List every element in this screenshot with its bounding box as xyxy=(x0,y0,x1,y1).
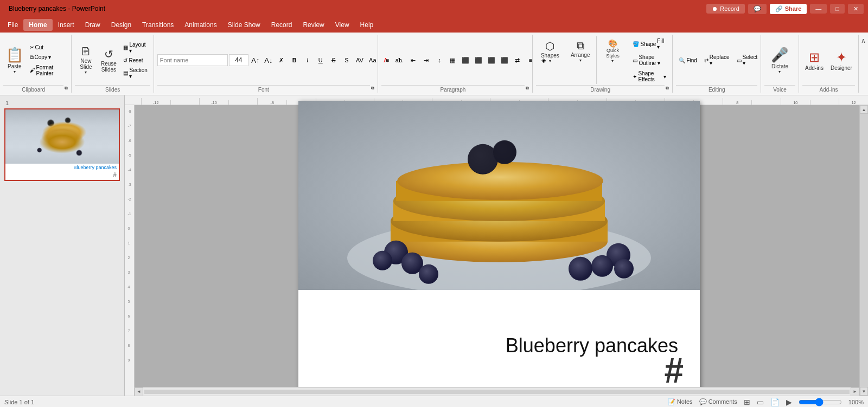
change-case-button[interactable]: Aa xyxy=(367,54,379,66)
scroll-left-button[interactable]: ◄ xyxy=(135,387,143,396)
menu-home[interactable]: Home xyxy=(23,19,52,31)
arrange-button[interactable]: ⧉ Arrange ▾ xyxy=(566,36,595,66)
menu-insert[interactable]: Insert xyxy=(53,19,80,31)
ribbon-group-clipboard: 📋 Paste ▾ ✂ Cut ⧉ Copy ▾ xyxy=(0,35,72,93)
shapes-button[interactable]: ⬡ Shapes ▾ xyxy=(536,36,564,66)
find-button[interactable]: 🔍 Find xyxy=(676,56,699,65)
underline-button[interactable]: U xyxy=(315,54,327,66)
font-shrink-button[interactable]: A↓ xyxy=(263,54,275,66)
section-button[interactable]: ▤ Section ▾ xyxy=(120,66,150,81)
menu-file[interactable]: File xyxy=(2,19,23,31)
numbering-button[interactable]: 1. xyxy=(394,54,406,66)
align-right-button[interactable]: ⬛ xyxy=(486,54,497,66)
clipboard-expand-icon[interactable]: ⧉ xyxy=(65,86,68,91)
notes-button[interactable]: 📝 Notes xyxy=(668,398,693,405)
format-painter-icon: 🖌 xyxy=(30,67,35,73)
menu-record[interactable]: Record xyxy=(266,19,298,31)
menu-help[interactable]: Help xyxy=(355,19,379,31)
editing-label: Editing xyxy=(676,85,757,93)
close-button[interactable]: ✕ xyxy=(848,4,864,14)
shape-effects-button[interactable]: ✦ Shape Effects ▾ xyxy=(630,69,669,84)
quick-styles-button[interactable]: 🎨 Quick Styles ▾ xyxy=(599,36,626,66)
add-remove-cols-button[interactable]: ▦ xyxy=(446,54,458,66)
addins-label: Add-ins xyxy=(802,85,855,93)
clear-format-button[interactable]: ✗ xyxy=(276,54,288,66)
feedback-button[interactable]: 💬 xyxy=(748,4,767,14)
bullets-button[interactable]: ≡ xyxy=(381,54,393,66)
section-icon: ▤ xyxy=(123,70,128,76)
cut-button[interactable]: ✂ Cut xyxy=(27,43,68,52)
copy-icon: ⧉ xyxy=(30,54,34,61)
shape-fill-icon: 🪣 xyxy=(633,41,639,47)
addins-icon: ⊞ xyxy=(809,50,820,65)
line-spacing-button[interactable]: ↕ xyxy=(433,54,445,66)
menu-draw[interactable]: Draw xyxy=(80,19,106,31)
feedback-icon: 💬 xyxy=(754,5,761,12)
scroll-up-button[interactable]: ▲ xyxy=(860,105,868,114)
decrease-indent-button[interactable]: ⇤ xyxy=(407,54,419,66)
copy-button[interactable]: ⧉ Copy ▾ xyxy=(27,53,68,62)
shape-fill-button[interactable]: 🪣 Shape Fill ▾ xyxy=(630,36,669,51)
scroll-down-button[interactable]: ▼ xyxy=(860,387,868,396)
designer-button[interactable]: ✦ Designer xyxy=(828,44,855,76)
slide-thumbnail-caption: Blueberry pancakes xyxy=(5,164,119,171)
reset-button[interactable]: ↺ Reset xyxy=(120,56,150,65)
format-painter-button[interactable]: 🖌 Format Painter xyxy=(27,63,68,78)
share-button[interactable]: 🔗 Share xyxy=(770,4,807,14)
layout-button[interactable]: ▦ Layout ▾ xyxy=(120,40,150,55)
paragraph-expand-icon[interactable]: ⧉ xyxy=(526,86,529,91)
drawing-expand-icon[interactable]: ⧉ xyxy=(666,86,669,91)
share-icon: 🔗 xyxy=(775,5,783,12)
view-slideshow-button[interactable]: ▶ xyxy=(786,398,792,406)
paste-button[interactable]: 📋 Paste ▾ xyxy=(3,44,26,77)
scroll-right-button[interactable]: ► xyxy=(851,387,859,396)
font-expand-icon[interactable]: ⧉ xyxy=(371,86,374,91)
select-button[interactable]: ▭ Select ▾ xyxy=(734,53,761,68)
increase-indent-button[interactable]: ⇥ xyxy=(420,54,432,66)
new-slide-button[interactable]: 🖹 New Slide ▾ xyxy=(75,44,97,76)
justify-button[interactable]: ⬛ xyxy=(499,54,510,66)
font-name-input[interactable] xyxy=(157,54,228,66)
text-direction-button[interactable]: ⇄ xyxy=(512,54,524,66)
quick-styles-label: Quick Styles xyxy=(603,48,622,59)
maximize-button[interactable]: □ xyxy=(830,4,845,14)
minimize-button[interactable]: — xyxy=(810,4,827,14)
reuse-slides-button[interactable]: ↺ Reuse Slides xyxy=(98,44,119,76)
font-grow-button[interactable]: A↑ xyxy=(250,54,261,66)
zoom-slider[interactable] xyxy=(799,398,842,406)
horizontal-scroll-track[interactable] xyxy=(144,390,850,394)
ribbon-collapse-button[interactable]: ∧ xyxy=(861,37,866,44)
shadow-button[interactable]: S xyxy=(341,54,353,66)
view-normal-button[interactable]: ⊞ xyxy=(744,398,750,406)
horizontal-scrollbar: ◄ ► xyxy=(135,387,859,396)
menu-slideshow[interactable]: Slide Show xyxy=(222,19,266,31)
font-size-input[interactable] xyxy=(229,54,248,66)
ribbon-group-drawing: ⬡ Shapes ▾ ⧉ Arrange ▾ 🎨 xyxy=(533,35,673,93)
align-left-button[interactable]: ⬛ xyxy=(459,54,471,66)
align-center-button[interactable]: ⬛ xyxy=(473,54,484,66)
menu-design[interactable]: Design xyxy=(106,19,137,31)
ribbon: 📋 Paste ▾ ✂ Cut ⧉ Copy ▾ xyxy=(0,33,868,95)
comments-button[interactable]: 💬 Comments xyxy=(699,398,737,405)
scroll-track[interactable] xyxy=(860,114,868,387)
record-button[interactable]: ⏺ Record xyxy=(706,4,744,14)
menu-animations[interactable]: Animations xyxy=(179,19,222,31)
view-reading-button[interactable]: 📄 xyxy=(770,398,780,406)
menu-transitions[interactable]: Transitions xyxy=(137,19,179,31)
menu-review[interactable]: Review xyxy=(297,19,329,31)
slide-thumbnail[interactable]: Blueberry pancakes # xyxy=(4,108,120,181)
slide-bottom: Blueberry pancakes xyxy=(298,290,700,396)
pancake-visual xyxy=(5,109,119,164)
bold-button[interactable]: B xyxy=(289,54,301,66)
replace-button[interactable]: ⇄ Replace ▾ xyxy=(701,53,732,68)
addins-button[interactable]: ⊞ Add-ins xyxy=(802,44,826,76)
italic-button[interactable]: I xyxy=(302,54,314,66)
strikethrough-button[interactable]: S xyxy=(328,54,340,66)
view-slide-button[interactable]: ▭ xyxy=(757,398,764,406)
dictate-button[interactable]: 🎤 Dictate ▾ xyxy=(768,44,791,76)
shape-outline-button[interactable]: ▭ Shape Outline ▾ xyxy=(630,53,669,68)
cut-icon: ✂ xyxy=(30,44,34,50)
char-spacing-button[interactable]: AV xyxy=(354,54,366,66)
menu-view[interactable]: View xyxy=(330,19,355,31)
zoom-level: 100% xyxy=(848,399,864,405)
